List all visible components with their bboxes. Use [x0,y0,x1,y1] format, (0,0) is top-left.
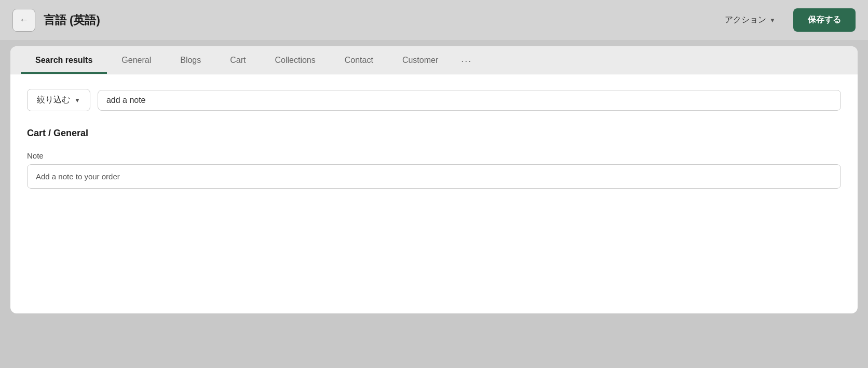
actions-label: アクション [725,15,766,25]
tab-collections[interactable]: Collections [260,46,330,74]
page-title: 言語 (英語) [44,12,707,28]
section-title: Cart / General [27,128,841,139]
tab-customer[interactable]: Customer [388,46,453,74]
filter-button[interactable]: 絞り込む ▼ [27,89,90,111]
header: ← 言語 (英語) アクション ▼ 保存する [0,0,868,40]
note-input[interactable] [27,164,841,189]
chevron-down-icon: ▼ [74,97,80,104]
filter-search-row: 絞り込む ▼ [27,89,841,111]
save-button[interactable]: 保存する [793,8,856,32]
filter-label: 絞り込む [37,95,70,106]
search-input[interactable] [98,90,841,111]
section: Cart / General Note [27,128,841,189]
main-card: Search results General Blogs Cart Collec… [10,46,858,313]
back-icon: ← [19,15,29,25]
content-area: 絞り込む ▼ Cart / General Note [10,74,858,313]
tab-cart[interactable]: Cart [215,46,260,74]
more-tabs-button[interactable]: ··· [453,46,480,74]
tab-blogs[interactable]: Blogs [166,46,215,74]
tab-contact[interactable]: Contact [330,46,388,74]
tab-general[interactable]: General [107,46,166,74]
field-label-note: Note [27,151,841,160]
actions-button[interactable]: アクション ▼ [715,9,785,31]
tabs-bar: Search results General Blogs Cart Collec… [10,46,858,74]
field-note: Note [27,151,841,189]
tab-search-results[interactable]: Search results [21,46,107,74]
chevron-down-icon: ▼ [769,17,776,24]
back-button[interactable]: ← [12,9,35,32]
